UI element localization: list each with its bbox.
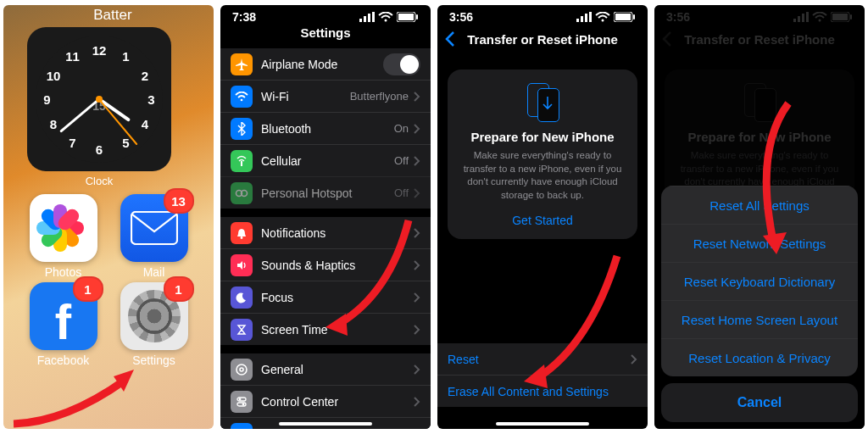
prepare-desc: Make sure everything's ready to transfer…: [458, 149, 627, 202]
svg-rect-31: [615, 14, 631, 20]
app-settings[interactable]: 1 Settings: [111, 282, 197, 367]
signal-icon: [359, 12, 375, 22]
chevron-right-icon: [414, 364, 420, 375]
status-bar: 7:38: [220, 5, 431, 25]
svg-point-15: [240, 368, 243, 371]
svg-point-5: [385, 19, 387, 22]
app-facebook[interactable]: f 1 Facebook: [20, 282, 106, 367]
row-label: Erase All Content and Settings: [448, 385, 609, 398]
svg-rect-17: [237, 403, 246, 406]
row-erase[interactable]: Erase All Content and Settings: [437, 375, 648, 407]
prepare-card: Prepare for New iPhone Make sure everyth…: [448, 70, 637, 239]
status-bar: 3:56: [437, 5, 648, 25]
chevron-right-icon: [414, 325, 420, 335]
app-label: Photos: [45, 265, 82, 279]
home-indicator[interactable]: [279, 422, 372, 426]
svg-rect-10: [241, 161, 242, 166]
svg-rect-8: [416, 14, 418, 19]
wifi-icon: [595, 12, 610, 22]
moon-icon: [236, 292, 248, 303]
chevron-right-icon: [414, 397, 420, 407]
row-label: Airplane Mode: [261, 58, 383, 71]
wifi-icon: [235, 92, 248, 102]
row-notifications[interactable]: Notifications: [220, 217, 431, 248]
tutorial-four-screens: Batter 12 1 2 3 4 5 6 7 8 9 10 11 15: [0, 0, 868, 434]
svg-rect-3: [368, 14, 370, 22]
row-bluetooth[interactable]: Bluetooth On: [220, 112, 431, 144]
app-label: Settings: [132, 353, 175, 367]
row-label: Control Center: [261, 395, 414, 409]
sheet-option-label: Reset Location & Privacy: [688, 351, 831, 365]
get-started-button[interactable]: Get Started: [458, 214, 627, 227]
screen-settings: 7:38 Settings Airplane Mode Wi-Fi Butter…: [220, 5, 431, 429]
sound-icon: [236, 259, 248, 271]
svg-rect-25: [576, 19, 579, 22]
sheet-reset-keyboard[interactable]: Reset Keyboard Dictionary: [661, 262, 858, 300]
svg-point-14: [236, 364, 247, 375]
row-control-center[interactable]: Control Center: [220, 385, 431, 417]
app-mail[interactable]: 13 Mail: [111, 194, 197, 279]
svg-rect-26: [581, 16, 583, 22]
chevron-right-icon: [414, 228, 420, 238]
row-label: Display & Brightness: [261, 427, 414, 430]
app-label: Facebook: [37, 353, 89, 367]
row-value: Butterflyone: [350, 90, 409, 103]
row-airplane-mode[interactable]: Airplane Mode: [220, 48, 431, 80]
row-label: Sounds & Haptics: [261, 259, 414, 272]
row-wifi[interactable]: Wi-Fi Butterflyone: [220, 80, 431, 112]
clock-widget[interactable]: 12 1 2 3 4 5 6 7 8 9 10 11 15: [27, 27, 171, 187]
back-button[interactable]: [444, 31, 456, 47]
sheet-cancel-button[interactable]: Cancel: [661, 383, 858, 422]
row-reset[interactable]: Reset: [437, 343, 648, 375]
photos-icon: [40, 204, 87, 252]
clock-second-hand: [98, 99, 137, 146]
battery-icon: [614, 12, 636, 22]
row-value: Off: [394, 186, 409, 199]
home-indicator[interactable]: [496, 422, 589, 426]
svg-rect-4: [372, 12, 375, 22]
badge: 1: [73, 276, 103, 302]
svg-rect-2: [364, 16, 366, 22]
svg-rect-27: [585, 14, 587, 22]
row-general[interactable]: General: [220, 353, 431, 385]
sheet-option-label: Reset All Settings: [709, 198, 810, 213]
app-label: Mail: [143, 265, 165, 279]
row-value: Off: [394, 154, 409, 167]
chevron-right-icon: [414, 188, 420, 198]
two-phones-icon: [524, 83, 561, 120]
gear-icon: [235, 363, 248, 376]
badge: 1: [164, 276, 194, 302]
envelope-icon: [131, 211, 178, 245]
wifi-icon: [378, 12, 393, 22]
row-label: Bluetooth: [261, 122, 394, 136]
row-value: On: [394, 122, 409, 135]
row-label: Screen Time: [261, 323, 414, 337]
svg-rect-7: [398, 14, 414, 20]
chevron-right-icon: [631, 354, 637, 364]
signal-icon: [576, 12, 592, 22]
row-label: Focus: [261, 291, 414, 304]
facebook-icon: f: [55, 293, 71, 350]
row-label: Reset: [448, 353, 479, 366]
status-time: 3:56: [449, 10, 473, 24]
svg-point-13: [241, 236, 243, 239]
sheet-reset-network[interactable]: Reset Network Settings: [661, 224, 858, 262]
sheet-reset-all[interactable]: Reset All Settings: [661, 186, 858, 224]
status-battery-label: Batter: [93, 5, 131, 24]
app-photos[interactable]: Photos: [20, 194, 106, 279]
row-sounds[interactable]: Sounds & Haptics: [220, 248, 431, 281]
chevron-right-icon: [414, 260, 420, 270]
sheet-reset-home[interactable]: Reset Home Screen Layout: [661, 300, 858, 338]
row-cellular[interactable]: Cellular Off: [220, 144, 431, 176]
airplane-toggle[interactable]: [383, 53, 420, 75]
sheet-reset-location[interactable]: Reset Location & Privacy: [661, 338, 858, 376]
row-focus[interactable]: Focus: [220, 281, 431, 313]
row-label: Wi-Fi: [261, 90, 350, 103]
row-hotspot[interactable]: Personal Hotspot Off: [220, 176, 431, 209]
status-time: 7:38: [232, 10, 256, 24]
clock-label: Clock: [27, 175, 171, 187]
row-label: Notifications: [261, 226, 414, 240]
row-screen-time[interactable]: Screen Time: [220, 313, 431, 345]
chevron-right-icon: [414, 92, 420, 102]
chevron-right-icon: [414, 156, 420, 166]
